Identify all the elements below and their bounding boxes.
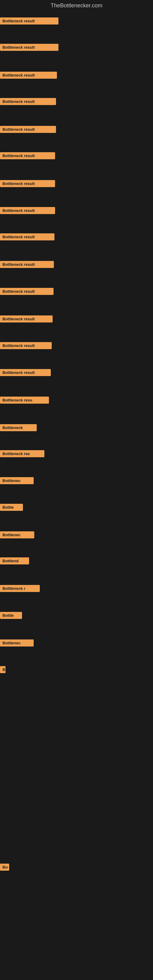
bottleneck-result-item: Bottleneck result — [0, 233, 54, 240]
bottleneck-result-item: Bottleneck result — [0, 126, 56, 133]
bottleneck-result-item: Bottleneck result — [0, 261, 54, 268]
bottleneck-result-item: Bottleneck result — [0, 315, 53, 323]
bottleneck-result-item: Bottle — [0, 504, 23, 511]
bottleneck-result-item: Bottleneck res — [0, 450, 45, 457]
bottleneck-result-item: Bottle — [0, 612, 22, 619]
bottleneck-result-item: Bottleneck resu — [0, 396, 49, 404]
bottleneck-result-item: Bottleneck result — [0, 98, 56, 105]
bottleneck-result-item: Bottleneck — [0, 424, 37, 431]
bottleneck-result-item: Bottleneck r — [0, 585, 40, 592]
site-title: TheBottlenecker.com — [0, 0, 153, 11]
bottleneck-result-item: Bottleneck result — [0, 18, 59, 24]
bottleneck-result-item: Bo — [0, 864, 9, 871]
bottleneck-result-item: Bottleneck result — [0, 288, 54, 295]
bottleneck-result-item: Bottleneck result — [0, 369, 51, 376]
bottleneck-result-item: B — [0, 666, 5, 673]
site-title-text: TheBottlenecker.com — [51, 2, 102, 9]
bottleneck-result-item: Bottleneck result — [0, 72, 57, 79]
bottleneck-result-item: Bottleneck result — [0, 207, 55, 214]
bottleneck-result-item: Bottlend — [0, 557, 29, 565]
bottleneck-result-item: Bottlenec — [0, 477, 33, 484]
bottleneck-result-item: Bottleneck result — [0, 180, 55, 187]
bottleneck-result-item: Bottlenec — [0, 531, 34, 538]
bottleneck-result-item: Bottleneck result — [0, 342, 52, 349]
bottleneck-result-item: Bottleneck result — [0, 44, 59, 51]
bottleneck-result-item: Bottleneck result — [0, 152, 55, 159]
bottleneck-result-item: Bottlenec — [0, 640, 33, 646]
